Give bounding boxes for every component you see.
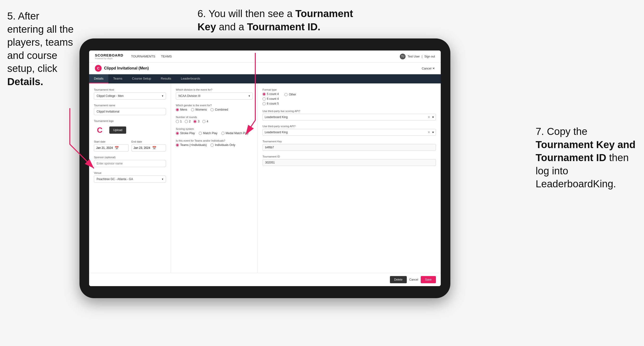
tournament-logo-label: Tournament logo (94, 120, 166, 122)
division-label: Which division is the event for? (176, 88, 253, 91)
venue-select[interactable]: Peachtree GC - Atlanta - GA ▾ (94, 175, 166, 183)
cancel-button[interactable]: Cancel ✕ (422, 67, 435, 70)
user-avatar: TU (400, 54, 406, 59)
tournament-key-group: Tournament Key b4f6b7 (262, 140, 436, 151)
round-3[interactable]: 3 (194, 120, 200, 123)
scoring-match[interactable]: Match Play (199, 132, 217, 135)
logo-sub: Powered by clippit (95, 57, 123, 60)
tab-leaderboards[interactable]: Leaderboards (176, 74, 205, 83)
format-options-row: 5 count 4 6 count 4 6 count 5 Other (262, 92, 436, 105)
scoring-stroke[interactable]: Stroke Play (176, 132, 195, 135)
gender-womens[interactable]: Womens (191, 108, 207, 111)
tournament-id-label: Tournament ID (262, 155, 436, 158)
format-6count4[interactable]: 6 count 4 (262, 97, 279, 101)
chevron-down-icon-tp1: ▾ (432, 115, 434, 119)
chevron-down-icon-division: ▾ (248, 94, 250, 98)
tournament-logo-group: Tournament logo C Upload (94, 120, 166, 136)
nav-links: TOURNAMENTS TEAMS (131, 55, 172, 58)
left-panel: Tournament Host Clippd College - Men ▾ T… (89, 83, 171, 273)
round-2[interactable]: 2 (185, 120, 191, 123)
sponsor-label: Sponsor (optional) (94, 156, 166, 159)
end-date-label: End date (132, 140, 166, 143)
annotation-left: 5. After entering all the players, teams… (7, 10, 75, 88)
sponsor-group: Sponsor (optional) (94, 156, 166, 167)
bottom-bar: Delete Cancel Save (89, 273, 441, 286)
annotation-bottom-right: 7. Copy the Tournament Key and Tournamen… (536, 125, 637, 191)
save-button[interactable]: Save (421, 276, 436, 283)
nav-separator: | (422, 55, 422, 58)
app-logo: SCOREBOARD Powered by clippit (95, 53, 123, 60)
tournament-name-input[interactable] (94, 108, 166, 115)
tournament-id-group: Tournament ID 302051 (262, 155, 436, 166)
teams-plus-individuals[interactable]: Teams (+Individuals) (176, 143, 207, 147)
main-content: Tournament Host Clippd College - Men ▾ T… (89, 83, 441, 273)
top-nav: SCOREBOARD Powered by clippit TOURNAMENT… (89, 50, 441, 62)
rounds-group: Number of rounds 1 2 3 4 (176, 116, 253, 123)
teams-label: Is this event for Teams and/or Individua… (176, 139, 253, 142)
format-6count5[interactable]: 6 count 5 (262, 102, 279, 105)
start-date-field: Start date Jan 21, 2024 📅 (94, 140, 128, 152)
nav-right: TU Test User | Sign out (400, 54, 435, 59)
third-party1-select[interactable]: Leaderboard King ✕ ▾ (262, 114, 436, 121)
nav-teams[interactable]: TEAMS (161, 55, 172, 58)
tournament-key-value: b4f6b7 (262, 144, 436, 151)
end-date-field: End date Jan 23, 2024 📅 (132, 140, 166, 152)
teams-group: Is this event for Teams and/or Individua… (176, 139, 253, 147)
tournament-host-group: Tournament Host Clippd College - Men ▾ (94, 88, 166, 100)
venue-label: Venue (94, 172, 166, 174)
tab-teams[interactable]: Teams (108, 74, 127, 83)
scoring-medal-match[interactable]: Medal Match Play (221, 132, 248, 135)
start-date-label: Start date (94, 140, 128, 143)
upload-button[interactable]: Upload (109, 127, 126, 134)
calendar-icon: 📅 (115, 146, 119, 150)
logo-title: SCOREBOARD (95, 53, 123, 57)
page-header: C Clippd Invitational (Men) Cancel ✕ (89, 62, 441, 74)
delete-button[interactable]: Delete (390, 276, 407, 283)
tournament-host-select[interactable]: Clippd College - Men ▾ (94, 92, 166, 100)
tab-results[interactable]: Results (156, 74, 176, 83)
third-party2-group: Use third-party scoring API? Leaderboard… (262, 125, 436, 136)
logo-preview: C (94, 124, 106, 136)
division-select[interactable]: NCAA Division III ▾ (176, 92, 253, 100)
gender-combined[interactable]: Combined (210, 108, 228, 111)
logo-upload-area: C Upload (94, 124, 166, 136)
third-party1-group: Use third-party live scoring API? Leader… (262, 110, 436, 121)
tournament-name-group: Tournament name (94, 104, 166, 115)
tab-bar: Details Teams Course Setup Results Leade… (89, 74, 441, 83)
format-other[interactable]: Other (284, 93, 296, 96)
division-group: Which division is the event for? NCAA Di… (176, 88, 253, 100)
gender-mens[interactable]: Mens (176, 108, 187, 111)
venue-group: Venue Peachtree GC - Atlanta - GA ▾ (94, 172, 166, 183)
teams-individuals-only[interactable]: Individuals Only (210, 143, 235, 147)
logo-letter: C (97, 126, 102, 135)
chevron-down-icon: ▾ (162, 94, 163, 98)
sponsor-input[interactable] (94, 160, 166, 167)
format-5count4[interactable]: 5 count 4 (262, 92, 279, 96)
rounds-label: Number of rounds (176, 116, 253, 119)
start-date-input[interactable]: Jan 21, 2024 📅 (94, 144, 128, 152)
clear-third-party1[interactable]: ✕ (428, 115, 430, 119)
end-date-input[interactable]: Jan 23, 2024 📅 (132, 144, 166, 152)
third-party2-select[interactable]: Leaderboard King ✕ ▾ (262, 129, 436, 136)
scoring-label: Scoring system (176, 127, 253, 130)
tournament-name-label: Tournament name (94, 104, 166, 107)
gender-group: Which gender is the event for? Mens Wome… (176, 104, 253, 111)
right-panel: Format type 5 count 4 6 count 4 6 count … (258, 83, 441, 273)
tablet-screen: SCOREBOARD Powered by clippit TOURNAMENT… (89, 50, 441, 286)
tab-course-setup[interactable]: Course Setup (127, 74, 156, 83)
round-4[interactable]: 4 (202, 120, 208, 123)
chevron-down-icon-venue: ▾ (162, 177, 163, 181)
annotation-top: 6. You will then see a Tournament Key an… (198, 7, 366, 33)
tournament-key-label: Tournament Key (262, 140, 436, 143)
format-label: Format type (262, 88, 436, 91)
gender-label: Which gender is the event for? (176, 104, 253, 107)
clear-third-party2[interactable]: ✕ (428, 130, 430, 134)
nav-tournaments[interactable]: TOURNAMENTS (131, 55, 155, 58)
tournament-host-label: Tournament Host (94, 88, 166, 91)
cancel-button-bottom[interactable]: Cancel (409, 278, 418, 281)
sign-out-link[interactable]: Sign out (424, 55, 435, 58)
user-name: Test User (408, 55, 420, 58)
format-type-group: Format type 5 count 4 6 count 4 6 count … (262, 88, 436, 105)
tab-details[interactable]: Details (89, 74, 108, 83)
round-1[interactable]: 1 (176, 120, 182, 123)
